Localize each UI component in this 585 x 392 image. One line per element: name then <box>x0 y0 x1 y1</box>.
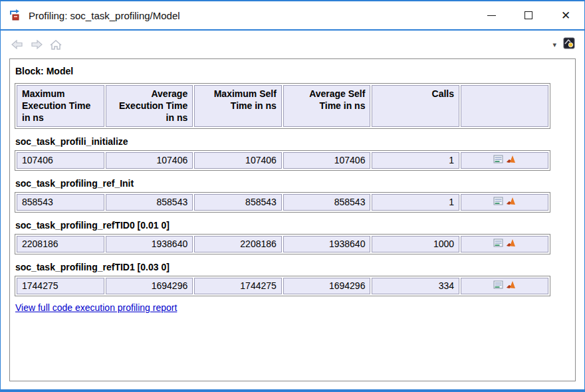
minimize-button[interactable] <box>473 1 510 29</box>
matlab-icon[interactable] <box>506 280 516 292</box>
cell-max-self: 107406 <box>194 152 282 169</box>
block-title: Block: Model <box>15 66 570 76</box>
cell-actions <box>461 194 548 211</box>
window-title: Profiling: soc_task_profiling/Model <box>29 10 180 21</box>
cell-avg-self: 1694296 <box>283 278 371 294</box>
cell-avg-exec: 107406 <box>106 152 193 169</box>
forward-arrow-icon[interactable] <box>29 38 44 51</box>
cell-max-self: 858543 <box>194 194 282 211</box>
section-name: soc_task_profiling_refTID1 [0.03 0] <box>15 262 570 272</box>
section-name: soc_task_profiling_refTID0 [0.01 0] <box>15 220 570 231</box>
column-header-actions <box>461 85 548 127</box>
profiler-window: Profiling: soc_task_profiling/Model ✕ <box>0 0 585 392</box>
minimize-icon <box>487 15 496 16</box>
section-name: soc_task_profili_initialize <box>15 136 570 147</box>
back-arrow-icon[interactable] <box>10 38 25 51</box>
window-controls: ✕ <box>473 1 584 29</box>
cell-avg-self: 107406 <box>283 152 371 169</box>
highlight-report-icon[interactable] <box>563 37 575 52</box>
full-report-link[interactable]: View full code execution profiling repor… <box>15 302 177 313</box>
open-report-icon[interactable] <box>493 280 504 292</box>
column-header-avg-exec: Average Execution Time in ns <box>106 85 193 127</box>
close-button[interactable]: ✕ <box>547 1 584 29</box>
section-name: soc_task_profiling_ref_Init <box>15 178 570 189</box>
title-bar: Profiling: soc_task_profiling/Model ✕ <box>1 1 584 31</box>
cell-max-exec: 1744275 <box>17 278 104 294</box>
open-report-icon[interactable] <box>493 154 504 166</box>
table-row: 2208186 1938640 2208186 1938640 1000 <box>15 234 550 254</box>
cell-avg-exec: 1694296 <box>106 278 193 294</box>
table-row: 858543 858543 858543 858543 1 <box>15 192 550 213</box>
cell-actions <box>461 152 548 169</box>
table-header-row: Maximum Execution Time in ns Average Exe… <box>15 83 550 129</box>
cell-max-self: 2208186 <box>194 236 282 252</box>
profiling-report-panel: Block: Model Maximum Execution Time in n… <box>9 58 576 381</box>
simulink-profiler-icon <box>9 9 22 22</box>
table-row: 1744275 1694296 1744275 1694296 334 <box>15 276 550 296</box>
cell-max-exec: 107406 <box>17 152 104 169</box>
toolbar: ▾ <box>1 31 584 58</box>
matlab-icon[interactable] <box>506 238 516 250</box>
cell-calls: 1 <box>372 194 459 211</box>
cell-actions <box>461 278 548 294</box>
cell-actions <box>461 236 548 252</box>
dropdown-arrow-icon[interactable]: ▾ <box>552 41 556 49</box>
cell-calls: 334 <box>372 278 459 294</box>
column-header-max-exec: Maximum Execution Time in ns <box>17 85 104 127</box>
cell-calls: 1000 <box>372 236 459 252</box>
column-header-calls: Calls <box>372 85 459 127</box>
home-icon[interactable] <box>49 38 63 51</box>
column-header-max-self: Maximum Self Time in ns <box>194 85 282 127</box>
maximize-icon <box>525 11 532 19</box>
cell-max-self: 1744275 <box>194 278 282 294</box>
cell-max-exec: 858543 <box>17 194 104 211</box>
nav-group <box>10 38 63 51</box>
cell-avg-exec: 858543 <box>106 194 193 211</box>
cell-calls: 1 <box>372 152 459 169</box>
open-report-icon[interactable] <box>493 196 504 208</box>
maximize-button[interactable] <box>510 1 547 29</box>
table-row: 107406 107406 107406 107406 1 <box>15 150 550 171</box>
cell-avg-exec: 1938640 <box>106 236 193 252</box>
toolbar-right: ▾ <box>552 37 575 52</box>
cell-max-exec: 2208186 <box>17 236 104 252</box>
open-report-icon[interactable] <box>493 238 504 250</box>
close-icon: ✕ <box>561 10 570 21</box>
cell-avg-self: 1938640 <box>283 236 371 252</box>
matlab-icon[interactable] <box>506 154 516 166</box>
column-header-avg-self: Average Self Time in ns <box>283 85 371 127</box>
matlab-icon[interactable] <box>506 196 516 208</box>
cell-avg-self: 858543 <box>283 194 371 211</box>
